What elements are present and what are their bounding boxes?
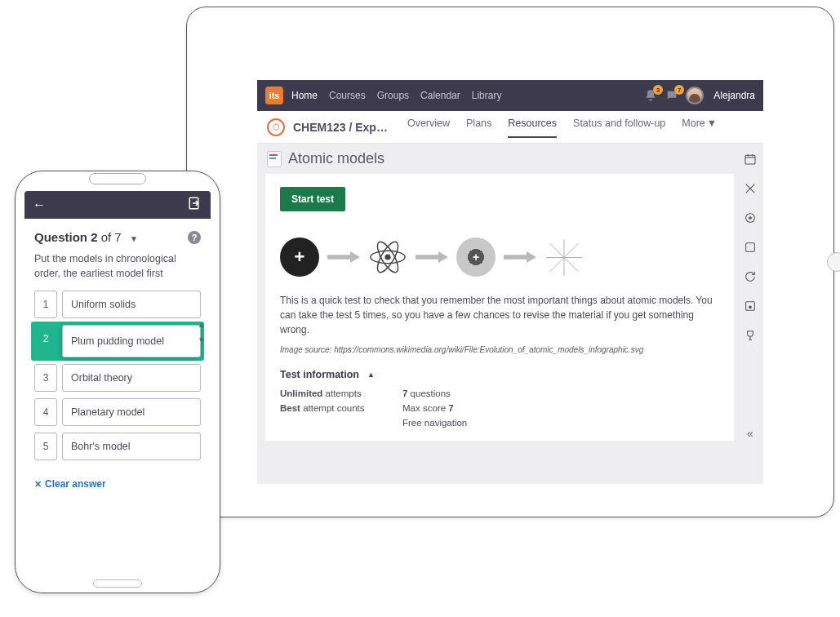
- atomic-models-figure: +: [280, 233, 719, 282]
- nav-calendar[interactable]: Calendar: [420, 90, 460, 101]
- tab-plans[interactable]: Plans: [466, 118, 491, 137]
- messages-icon[interactable]: 7: [664, 88, 679, 103]
- option-number: 2: [34, 325, 57, 353]
- svg-point-15: [749, 217, 752, 220]
- nav-groups[interactable]: Groups: [377, 90, 409, 101]
- avatar[interactable]: [686, 87, 704, 104]
- option-number: 5: [34, 433, 57, 460]
- course-bar: ⬡ CHEM123 / Exp… Overview Plans Resource…: [257, 111, 763, 144]
- trophy-icon[interactable]: [743, 328, 758, 343]
- arrow-icon: [504, 251, 536, 263]
- exit-icon[interactable]: [188, 196, 202, 214]
- reorder-handles[interactable]: ▲▼: [198, 320, 206, 344]
- course-tabs: Overview Plans Resources Status and foll…: [407, 118, 753, 137]
- option-label[interactable]: Plum pudding model: [62, 325, 201, 357]
- tab-status[interactable]: Status and follow-up: [573, 118, 665, 137]
- dalton-model-icon: +: [280, 237, 319, 277]
- move-down-icon[interactable]: ▼: [198, 335, 206, 344]
- svg-point-3: [385, 255, 390, 260]
- target-icon[interactable]: [743, 211, 758, 225]
- tab-resources[interactable]: Resources: [508, 118, 557, 137]
- quick-tools-sidebar: «: [737, 144, 763, 449]
- tablet-frame: its Home Courses Groups Calendar Library…: [186, 7, 834, 517]
- option-label[interactable]: Planetary model: [62, 398, 201, 426]
- option-label[interactable]: Bohr's model: [62, 433, 201, 460]
- content-column: Atomic models Start test +: [257, 144, 737, 449]
- page-header: Atomic models: [262, 144, 737, 174]
- option-row[interactable]: 5 Bohr's model: [34, 433, 201, 460]
- main-area: Atomic models Start test +: [257, 144, 763, 449]
- option-label[interactable]: Orbital theory: [62, 364, 201, 392]
- phone-notch: [89, 173, 146, 184]
- move-up-icon[interactable]: ▲: [198, 320, 206, 329]
- tab-overview[interactable]: Overview: [407, 118, 450, 137]
- bohr-model-icon: [456, 237, 496, 277]
- chevron-up-icon: ▲: [367, 371, 375, 379]
- messages-badge: 7: [674, 85, 684, 95]
- option-number: 1: [34, 291, 57, 318]
- navigation-info: Free navigation: [402, 418, 525, 428]
- arrow-icon: [416, 251, 448, 263]
- max-score-info: Max score 7: [402, 403, 525, 413]
- phone-screen: ← Question 2 of 7 ▼ ? Put the models in …: [24, 191, 211, 573]
- arrow-icon: [327, 251, 360, 263]
- option-number: 3: [34, 364, 57, 392]
- svg-point-18: [749, 306, 752, 308]
- main-nav: Home Courses Groups Calendar Library: [291, 90, 643, 101]
- nav-home[interactable]: Home: [291, 90, 318, 101]
- collapse-icon[interactable]: «: [743, 426, 758, 441]
- test-info-title: Test information: [280, 369, 359, 380]
- top-right-icons: 3 7 Alejandra: [643, 87, 755, 104]
- questions-info: 7 questions: [402, 388, 525, 398]
- nav-courses[interactable]: Courses: [329, 90, 366, 101]
- top-nav-bar: its Home Courses Groups Calendar Library…: [257, 80, 763, 111]
- content-card: Start test + This is: [265, 174, 734, 441]
- grades-icon[interactable]: [743, 240, 758, 255]
- tablet-home-button[interactable]: [827, 252, 840, 272]
- svg-rect-16: [746, 243, 755, 252]
- test-info-grid: Unlimited attempts 7 questions Best atte…: [280, 388, 719, 428]
- username[interactable]: Alejandra: [713, 90, 755, 101]
- option-row[interactable]: 1 Uniform solids: [34, 291, 201, 318]
- help-icon[interactable]: ?: [188, 231, 201, 244]
- phone-topbar: ←: [24, 191, 211, 219]
- phone-frame: ← Question 2 of 7 ▼ ? Put the models in …: [15, 171, 220, 593]
- nav-library[interactable]: Library: [472, 90, 502, 101]
- start-test-button[interactable]: Start test: [280, 187, 345, 211]
- phone-home-indicator: [93, 579, 142, 588]
- refresh-icon[interactable]: [743, 269, 758, 284]
- calendar-icon[interactable]: [743, 152, 758, 166]
- chevron-down-icon: ▼: [130, 234, 138, 243]
- svg-rect-8: [745, 155, 755, 164]
- question-counter[interactable]: Question 2 of 7 ▼: [34, 230, 138, 244]
- rutherford-model-icon: [368, 237, 407, 277]
- notifications-icon[interactable]: 3: [643, 88, 658, 103]
- option-row-active[interactable]: 2 Plum pudding model ▲▼: [31, 322, 204, 361]
- clear-answer-button[interactable]: Clear answer: [24, 467, 211, 501]
- answer-options: 1 Uniform solids 2 Plum pudding model ▲▼…: [24, 291, 211, 460]
- test-info-toggle[interactable]: Test information ▲: [280, 369, 719, 380]
- question-header: Question 2 of 7 ▼ ?: [24, 219, 211, 252]
- tools-icon[interactable]: [743, 181, 758, 196]
- attempts-info: Unlimited attempts: [280, 388, 402, 398]
- quantum-model-icon: [544, 237, 584, 277]
- option-row[interactable]: 4 Planetary model: [34, 398, 201, 426]
- app-logo[interactable]: its: [265, 87, 283, 104]
- chevron-down-icon: ▼: [707, 118, 717, 137]
- page-title: Atomic models: [288, 150, 384, 167]
- notifications-badge: 3: [653, 85, 663, 95]
- score-rule-info: Best attempt counts: [280, 403, 402, 413]
- question-prompt: Put the models in chronological order, t…: [24, 252, 211, 291]
- tablet-screen: its Home Courses Groups Calendar Library…: [257, 80, 763, 484]
- option-number: 4: [34, 398, 57, 426]
- back-icon[interactable]: ←: [33, 198, 46, 212]
- tab-more[interactable]: More▼: [682, 118, 717, 137]
- document-icon: [267, 151, 282, 167]
- course-icon: ⬡: [267, 118, 285, 136]
- save-icon[interactable]: [743, 299, 758, 313]
- breadcrumb[interactable]: CHEM123 / Exp…: [293, 121, 388, 134]
- option-row[interactable]: 3 Orbital theory: [34, 364, 201, 392]
- option-label[interactable]: Uniform solids: [62, 291, 201, 318]
- description-text: This is a quick test to check that you r…: [280, 293, 719, 337]
- image-source-text: Image source: https://commons.wikimedia.…: [280, 345, 719, 354]
